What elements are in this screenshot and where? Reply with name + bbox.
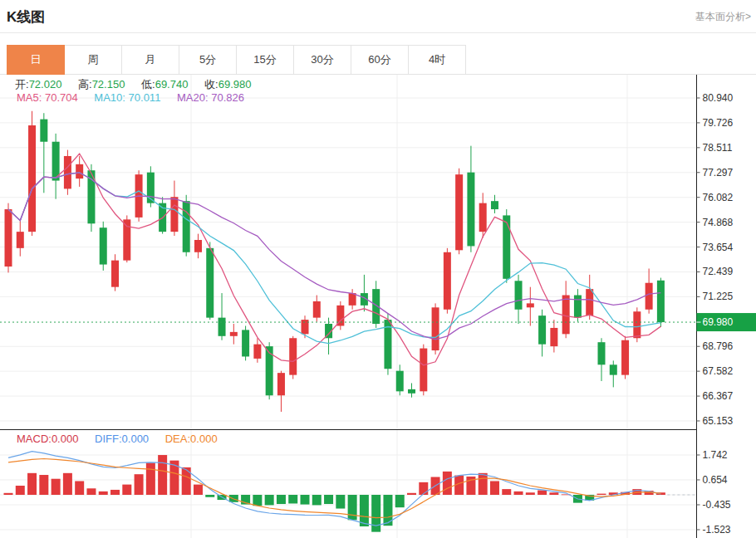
macd-bar[interactable]	[205, 495, 214, 497]
candle[interactable]	[598, 338, 606, 381]
candle[interactable]	[218, 293, 226, 340]
macd-bar[interactable]	[99, 492, 108, 495]
candle[interactable]	[206, 242, 214, 320]
tab-15min[interactable]: 15分	[236, 45, 294, 75]
macd-bar[interactable]	[253, 495, 262, 506]
macd-bar[interactable]	[479, 473, 488, 495]
candle[interactable]	[100, 222, 107, 271]
macd-bar[interactable]	[146, 462, 155, 495]
macd-bar[interactable]	[312, 495, 322, 505]
macd-bar[interactable]	[135, 474, 144, 495]
macd-bar[interactable]	[549, 492, 558, 495]
candle[interactable]	[230, 324, 238, 345]
candle[interactable]	[479, 193, 487, 237]
candle[interactable]	[467, 146, 474, 252]
macd-bar[interactable]	[288, 495, 297, 503]
candle[interactable]	[194, 234, 202, 259]
fundamental-analysis-link[interactable]: 基本面分析>	[695, 10, 751, 24]
candle[interactable]	[586, 275, 593, 320]
candle[interactable]	[17, 219, 24, 256]
macd-bar[interactable]	[265, 495, 274, 505]
candle[interactable]	[336, 301, 344, 330]
macd-bar[interactable]	[301, 495, 310, 505]
macd-bar[interactable]	[277, 495, 286, 504]
macd-bar[interactable]	[371, 495, 380, 532]
candle[interactable]	[183, 195, 190, 257]
candle[interactable]	[28, 111, 36, 236]
macd-bar[interactable]	[158, 455, 167, 495]
candle[interactable]	[420, 345, 427, 396]
macd-bar[interactable]	[348, 495, 357, 520]
candle[interactable]	[455, 169, 463, 254]
candle[interactable]	[277, 371, 285, 412]
candle[interactable]	[349, 289, 356, 310]
candle[interactable]	[550, 320, 557, 352]
macd-bar[interactable]	[110, 490, 120, 495]
candle[interactable]	[633, 307, 641, 342]
macd-bar[interactable]	[4, 493, 13, 495]
candle[interactable]	[610, 360, 617, 387]
candle[interactable]	[657, 278, 665, 327]
tab-month[interactable]: 月	[121, 45, 179, 75]
candle[interactable]	[64, 150, 71, 195]
tab-5min[interactable]: 5分	[179, 45, 237, 75]
svg-text:73.654: 73.654	[703, 242, 734, 253]
tab-week[interactable]: 周	[64, 45, 122, 75]
candle[interactable]	[408, 383, 415, 397]
candle[interactable]	[266, 342, 273, 399]
candle[interactable]	[5, 203, 12, 273]
macd-bar[interactable]	[490, 481, 499, 495]
macd-bar[interactable]	[597, 494, 606, 495]
macd-bar[interactable]	[419, 482, 428, 495]
macd-bar[interactable]	[169, 461, 179, 495]
macd-bar[interactable]	[122, 485, 131, 495]
candle[interactable]	[313, 296, 321, 322]
candle[interactable]	[242, 325, 249, 360]
candle[interactable]	[621, 336, 629, 379]
macd-bar[interactable]	[407, 493, 416, 495]
macd-bar[interactable]	[514, 492, 523, 495]
macd-bar[interactable]	[538, 490, 547, 495]
candle[interactable]	[40, 113, 47, 193]
macd-chart[interactable]: 1.7420.654-0.435-1.523	[0, 430, 756, 538]
macd-bar[interactable]	[16, 486, 25, 495]
candle[interactable]	[372, 281, 380, 328]
candle[interactable]	[289, 336, 297, 379]
macd-bar[interactable]	[86, 488, 96, 495]
candle[interactable]	[123, 215, 130, 262]
tab-60min[interactable]: 60分	[351, 45, 409, 75]
candle[interactable]	[538, 310, 546, 357]
macd-bar[interactable]	[75, 481, 84, 495]
candle[interactable]	[76, 156, 83, 187]
macd-bar[interactable]	[182, 467, 191, 495]
candle[interactable]	[646, 268, 653, 313]
macd-bar[interactable]	[526, 492, 535, 495]
candle[interactable]	[562, 281, 570, 338]
macd-bar[interactable]	[395, 495, 405, 507]
candle[interactable]	[361, 275, 368, 311]
macd-bar[interactable]	[360, 495, 369, 526]
candle[interactable]	[503, 209, 510, 283]
macd-bar[interactable]	[39, 475, 48, 495]
macd-bar[interactable]	[63, 473, 72, 495]
candle[interactable]	[253, 338, 261, 363]
macd-bar[interactable]	[336, 495, 345, 509]
main-candlestick-chart[interactable]: 80.94079.72678.51177.29776.08274.86873.6…	[0, 75, 756, 430]
chart-region: 80.94079.72678.51177.29776.08274.86873.6…	[0, 75, 756, 538]
svg-text:79.726: 79.726	[703, 117, 734, 129]
candle[interactable]	[515, 275, 523, 324]
tab-4hour[interactable]: 4时	[408, 45, 466, 75]
candle[interactable]	[111, 254, 119, 291]
macd-bar[interactable]	[443, 472, 452, 495]
candle[interactable]	[52, 134, 60, 199]
tab-30min[interactable]: 30分	[293, 45, 351, 75]
macd-bar[interactable]	[27, 473, 37, 495]
candle[interactable]	[527, 287, 534, 326]
candle[interactable]	[444, 248, 451, 314]
candle[interactable]	[432, 303, 439, 355]
macd-bar[interactable]	[52, 479, 61, 495]
tab-day[interactable]: 日	[7, 45, 65, 75]
macd-bar[interactable]	[502, 489, 511, 495]
macd-bar[interactable]	[194, 485, 203, 495]
macd-bar[interactable]	[324, 495, 333, 504]
